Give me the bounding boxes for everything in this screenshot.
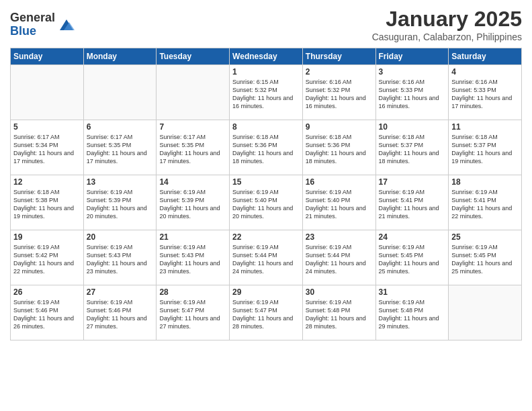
day-number: 19 [13,232,81,242]
col-friday: Friday [375,48,449,65]
day-number: 5 [13,122,81,132]
day-info: Sunrise: 6:19 AMSunset: 5:40 PMDaylight:… [232,188,300,221]
day-info: Sunrise: 6:19 AMSunset: 5:45 PMDaylight:… [451,243,519,276]
day-number: 17 [379,177,446,187]
day-info: Sunrise: 6:19 AMSunset: 5:39 PMDaylight:… [159,188,226,221]
day-number: 24 [379,232,446,242]
day-number: 7 [159,122,226,132]
day-info: Sunrise: 6:19 AMSunset: 5:47 PMDaylight:… [232,298,300,331]
day-number: 12 [13,177,81,187]
day-info: Sunrise: 6:19 AMSunset: 5:48 PMDaylight:… [306,298,373,331]
day-cell: 31Sunrise: 6:19 AMSunset: 5:48 PMDayligh… [375,285,449,340]
week-row-0: 1Sunrise: 6:15 AMSunset: 5:32 PMDaylight… [11,65,522,120]
day-info: Sunrise: 6:18 AMSunset: 5:37 PMDaylight:… [379,133,446,166]
calendar-table: Sunday Monday Tuesday Wednesday Thursday… [10,48,522,340]
day-cell: 22Sunrise: 6:19 AMSunset: 5:44 PMDayligh… [230,230,303,285]
col-wednesday: Wednesday [230,48,303,65]
day-number: 31 [379,287,446,297]
day-cell: 20Sunrise: 6:19 AMSunset: 5:43 PMDayligh… [83,230,157,285]
day-cell: 29Sunrise: 6:19 AMSunset: 5:47 PMDayligh… [230,285,303,340]
day-number: 1 [232,67,300,77]
logo-icon [57,15,76,34]
day-cell [83,65,157,120]
day-info: Sunrise: 6:19 AMSunset: 5:41 PMDaylight:… [451,188,519,221]
weekday-row: Sunday Monday Tuesday Wednesday Thursday… [11,48,522,65]
day-info: Sunrise: 6:18 AMSunset: 5:36 PMDaylight:… [232,133,300,166]
day-number: 8 [232,122,300,132]
day-cell: 14Sunrise: 6:19 AMSunset: 5:39 PMDayligh… [157,175,230,230]
week-row-4: 26Sunrise: 6:19 AMSunset: 5:46 PMDayligh… [11,285,522,340]
day-cell: 13Sunrise: 6:19 AMSunset: 5:39 PMDayligh… [83,175,157,230]
day-cell: 2Sunrise: 6:16 AMSunset: 5:32 PMDaylight… [302,65,375,120]
day-info: Sunrise: 6:16 AMSunset: 5:33 PMDaylight:… [379,78,446,111]
day-cell: 9Sunrise: 6:18 AMSunset: 5:36 PMDaylight… [302,120,375,175]
day-info: Sunrise: 6:19 AMSunset: 5:42 PMDaylight:… [13,243,81,276]
week-row-2: 12Sunrise: 6:18 AMSunset: 5:38 PMDayligh… [11,175,522,230]
month-title: January 2025 [372,7,522,32]
location-subtitle: Casuguran, Calabarzon, Philippines [372,32,522,42]
day-info: Sunrise: 6:18 AMSunset: 5:36 PMDaylight:… [306,133,373,166]
col-sunday: Sunday [11,48,84,65]
day-info: Sunrise: 6:18 AMSunset: 5:37 PMDaylight:… [451,133,519,166]
day-cell: 24Sunrise: 6:19 AMSunset: 5:45 PMDayligh… [375,230,449,285]
day-info: Sunrise: 6:18 AMSunset: 5:38 PMDaylight:… [13,188,81,221]
day-info: Sunrise: 6:16 AMSunset: 5:33 PMDaylight:… [451,78,519,111]
logo-text: General Blue [10,11,55,38]
day-info: Sunrise: 6:19 AMSunset: 5:39 PMDaylight:… [87,188,154,221]
page: General Blue January 2025 Casuguran, Cal… [0,0,532,411]
col-thursday: Thursday [302,48,375,65]
day-number: 27 [87,287,154,297]
day-cell: 19Sunrise: 6:19 AMSunset: 5:42 PMDayligh… [11,230,84,285]
day-cell: 10Sunrise: 6:18 AMSunset: 5:37 PMDayligh… [375,120,449,175]
day-cell: 1Sunrise: 6:15 AMSunset: 5:32 PMDaylight… [230,65,303,120]
day-info: Sunrise: 6:17 AMSunset: 5:34 PMDaylight:… [13,133,81,166]
day-info: Sunrise: 6:15 AMSunset: 5:32 PMDaylight:… [232,78,300,111]
header: General Blue January 2025 Casuguran, Cal… [10,7,522,42]
day-number: 21 [159,232,226,242]
day-cell: 23Sunrise: 6:19 AMSunset: 5:44 PMDayligh… [302,230,375,285]
day-number: 15 [232,177,300,187]
day-number: 2 [306,67,373,77]
day-cell [157,65,230,120]
day-info: Sunrise: 6:19 AMSunset: 5:48 PMDaylight:… [379,298,446,331]
day-number: 14 [159,177,226,187]
day-number: 10 [379,122,446,132]
day-number: 26 [13,287,81,297]
logo: General Blue [10,11,76,38]
day-info: Sunrise: 6:19 AMSunset: 5:46 PMDaylight:… [87,298,154,331]
logo-blue: Blue [10,25,55,38]
day-number: 18 [451,177,519,187]
day-cell [449,285,522,340]
col-saturday: Saturday [449,48,522,65]
day-info: Sunrise: 6:19 AMSunset: 5:40 PMDaylight:… [306,188,373,221]
title-block: January 2025 Casuguran, Calabarzon, Phil… [372,7,522,42]
col-tuesday: Tuesday [157,48,230,65]
day-cell: 12Sunrise: 6:18 AMSunset: 5:38 PMDayligh… [11,175,84,230]
day-info: Sunrise: 6:19 AMSunset: 5:43 PMDaylight:… [159,243,226,276]
day-cell: 7Sunrise: 6:17 AMSunset: 5:35 PMDaylight… [157,120,230,175]
day-cell: 28Sunrise: 6:19 AMSunset: 5:47 PMDayligh… [157,285,230,340]
day-number: 11 [451,122,519,132]
calendar-header: Sunday Monday Tuesday Wednesday Thursday… [11,48,522,65]
calendar-body: 1Sunrise: 6:15 AMSunset: 5:32 PMDaylight… [11,65,522,340]
logo-general: General [10,11,55,25]
day-info: Sunrise: 6:16 AMSunset: 5:32 PMDaylight:… [306,78,373,111]
day-cell: 5Sunrise: 6:17 AMSunset: 5:34 PMDaylight… [11,120,84,175]
week-row-1: 5Sunrise: 6:17 AMSunset: 5:34 PMDaylight… [11,120,522,175]
day-number: 30 [306,287,373,297]
day-number: 23 [306,232,373,242]
day-info: Sunrise: 6:19 AMSunset: 5:44 PMDaylight:… [306,243,373,276]
day-cell: 21Sunrise: 6:19 AMSunset: 5:43 PMDayligh… [157,230,230,285]
day-cell: 6Sunrise: 6:17 AMSunset: 5:35 PMDaylight… [83,120,157,175]
day-info: Sunrise: 6:19 AMSunset: 5:44 PMDaylight:… [232,243,300,276]
day-number: 4 [451,67,519,77]
day-cell: 16Sunrise: 6:19 AMSunset: 5:40 PMDayligh… [302,175,375,230]
day-number: 13 [87,177,154,187]
day-cell: 15Sunrise: 6:19 AMSunset: 5:40 PMDayligh… [230,175,303,230]
day-number: 25 [451,232,519,242]
day-cell: 26Sunrise: 6:19 AMSunset: 5:46 PMDayligh… [11,285,84,340]
day-number: 16 [306,177,373,187]
day-number: 28 [159,287,226,297]
day-number: 29 [232,287,300,297]
day-info: Sunrise: 6:19 AMSunset: 5:45 PMDaylight:… [379,243,446,276]
